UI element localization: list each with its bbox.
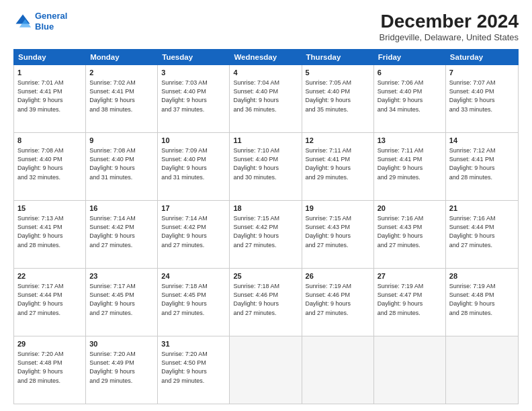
- calendar-cell: 31Sunrise: 7:20 AMSunset: 4:50 PMDayligh…: [158, 336, 230, 404]
- calendar-header-row: SundayMondayTuesdayWednesdayThursdayFrid…: [13, 49, 519, 65]
- calendar-cell: 19Sunrise: 7:15 AMSunset: 4:43 PMDayligh…: [302, 201, 374, 268]
- calendar-cell: 22Sunrise: 7:17 AMSunset: 4:44 PMDayligh…: [14, 269, 86, 336]
- cell-info: Sunrise: 7:08 AMSunset: 4:40 PMDaylight:…: [17, 146, 82, 181]
- calendar-cell: 15Sunrise: 7:13 AMSunset: 4:41 PMDayligh…: [14, 201, 86, 268]
- logo: General Blue: [13, 11, 67, 32]
- cell-info: Sunrise: 7:20 AMSunset: 4:48 PMDaylight:…: [17, 350, 82, 385]
- page: General Blue December 2024 Bridgeville, …: [0, 0, 532, 411]
- calendar-cell: 28Sunrise: 7:19 AMSunset: 4:48 PMDayligh…: [446, 269, 518, 336]
- calendar-week-2: 8Sunrise: 7:08 AMSunset: 4:40 PMDaylight…: [14, 133, 518, 201]
- day-number: 9: [89, 136, 154, 146]
- calendar-cell: 18Sunrise: 7:15 AMSunset: 4:42 PMDayligh…: [230, 201, 302, 268]
- cell-info: Sunrise: 7:05 AMSunset: 4:40 PMDaylight:…: [306, 79, 370, 113]
- day-number: 7: [449, 68, 515, 78]
- calendar-cell: 3Sunrise: 7:03 AMSunset: 4:40 PMDaylight…: [158, 65, 230, 132]
- calendar-cell: 16Sunrise: 7:14 AMSunset: 4:42 PMDayligh…: [86, 201, 158, 268]
- cell-info: Sunrise: 7:18 AMSunset: 4:46 PMDaylight:…: [233, 282, 298, 317]
- main-title: December 2024: [380, 11, 519, 32]
- day-number: 23: [89, 271, 154, 281]
- calendar-header-tuesday: Tuesday: [158, 50, 230, 64]
- calendar-header-sunday: Sunday: [14, 50, 86, 64]
- calendar-cell: 9Sunrise: 7:08 AMSunset: 4:40 PMDaylight…: [86, 133, 158, 200]
- calendar-cell: [230, 336, 302, 404]
- header: General Blue December 2024 Bridgeville, …: [13, 11, 519, 42]
- calendar-cell: 5Sunrise: 7:05 AMSunset: 4:40 PMDaylight…: [302, 65, 374, 132]
- day-number: 3: [161, 68, 226, 78]
- cell-info: Sunrise: 7:18 AMSunset: 4:45 PMDaylight:…: [161, 282, 226, 317]
- calendar-cell: 25Sunrise: 7:18 AMSunset: 4:46 PMDayligh…: [230, 269, 302, 336]
- day-number: 24: [161, 271, 226, 281]
- cell-info: Sunrise: 7:12 AMSunset: 4:41 PMDaylight:…: [449, 146, 515, 181]
- calendar-cell: [446, 336, 518, 404]
- cell-info: Sunrise: 7:07 AMSunset: 4:40 PMDaylight:…: [449, 79, 515, 113]
- cell-info: Sunrise: 7:14 AMSunset: 4:42 PMDaylight:…: [161, 214, 226, 249]
- day-number: 10: [161, 136, 226, 146]
- day-number: 8: [17, 136, 82, 146]
- calendar-cell: 23Sunrise: 7:17 AMSunset: 4:45 PMDayligh…: [86, 269, 158, 336]
- day-number: 13: [378, 136, 442, 146]
- cell-info: Sunrise: 7:19 AMSunset: 4:46 PMDaylight:…: [306, 282, 370, 317]
- subtitle: Bridgeville, Delaware, United States: [380, 32, 519, 42]
- day-number: 6: [378, 68, 442, 78]
- calendar-week-4: 22Sunrise: 7:17 AMSunset: 4:44 PMDayligh…: [14, 269, 518, 336]
- calendar-cell: 26Sunrise: 7:19 AMSunset: 4:46 PMDayligh…: [302, 269, 374, 336]
- day-number: 28: [449, 271, 515, 281]
- day-number: 15: [17, 203, 82, 214]
- calendar-week-1: 1Sunrise: 7:01 AMSunset: 4:41 PMDaylight…: [14, 65, 518, 133]
- cell-info: Sunrise: 7:19 AMSunset: 4:47 PMDaylight:…: [378, 282, 442, 317]
- day-number: 20: [378, 203, 442, 214]
- calendar-header-friday: Friday: [374, 50, 446, 64]
- calendar-cell: [302, 336, 374, 404]
- calendar-cell: 7Sunrise: 7:07 AMSunset: 4:40 PMDaylight…: [446, 65, 518, 132]
- cell-info: Sunrise: 7:13 AMSunset: 4:41 PMDaylight:…: [17, 214, 82, 249]
- day-number: 29: [17, 339, 82, 349]
- cell-info: Sunrise: 7:20 AMSunset: 4:50 PMDaylight:…: [161, 350, 226, 385]
- calendar-cell: 20Sunrise: 7:16 AMSunset: 4:43 PMDayligh…: [374, 201, 446, 268]
- day-number: 31: [161, 339, 226, 349]
- day-number: 17: [161, 203, 226, 214]
- calendar-cell: 4Sunrise: 7:04 AMSunset: 4:40 PMDaylight…: [230, 65, 302, 132]
- day-number: 25: [233, 271, 298, 281]
- calendar-cell: 11Sunrise: 7:10 AMSunset: 4:40 PMDayligh…: [230, 133, 302, 200]
- cell-info: Sunrise: 7:06 AMSunset: 4:40 PMDaylight:…: [378, 79, 442, 113]
- day-number: 19: [306, 203, 370, 214]
- cell-info: Sunrise: 7:01 AMSunset: 4:41 PMDaylight:…: [17, 79, 82, 113]
- cell-info: Sunrise: 7:11 AMSunset: 4:41 PMDaylight:…: [306, 146, 370, 181]
- calendar-cell: 24Sunrise: 7:18 AMSunset: 4:45 PMDayligh…: [158, 269, 230, 336]
- calendar-cell: 13Sunrise: 7:11 AMSunset: 4:41 PMDayligh…: [374, 133, 446, 200]
- day-number: 26: [306, 271, 370, 281]
- calendar-cell: 6Sunrise: 7:06 AMSunset: 4:40 PMDaylight…: [374, 65, 446, 132]
- day-number: 12: [306, 136, 370, 146]
- cell-info: Sunrise: 7:17 AMSunset: 4:45 PMDaylight:…: [89, 282, 154, 317]
- day-number: 2: [89, 68, 154, 78]
- day-number: 11: [233, 136, 298, 146]
- title-block: December 2024 Bridgeville, Delaware, Uni…: [380, 11, 519, 42]
- calendar-header-saturday: Saturday: [446, 50, 518, 64]
- day-number: 5: [306, 68, 370, 78]
- calendar-cell: 27Sunrise: 7:19 AMSunset: 4:47 PMDayligh…: [374, 269, 446, 336]
- day-number: 4: [233, 68, 298, 78]
- cell-info: Sunrise: 7:09 AMSunset: 4:40 PMDaylight:…: [161, 146, 226, 181]
- calendar-body: 1Sunrise: 7:01 AMSunset: 4:41 PMDaylight…: [13, 65, 519, 404]
- day-number: 14: [449, 136, 515, 146]
- calendar-cell: 21Sunrise: 7:16 AMSunset: 4:44 PMDayligh…: [446, 201, 518, 268]
- cell-info: Sunrise: 7:20 AMSunset: 4:49 PMDaylight:…: [89, 350, 154, 385]
- logo-line1: General: [35, 11, 67, 21]
- calendar-cell: 14Sunrise: 7:12 AMSunset: 4:41 PMDayligh…: [446, 133, 518, 200]
- day-number: 27: [378, 271, 442, 281]
- calendar-cell: [374, 336, 446, 404]
- cell-info: Sunrise: 7:11 AMSunset: 4:41 PMDaylight:…: [378, 146, 442, 181]
- day-number: 18: [233, 203, 298, 214]
- cell-info: Sunrise: 7:19 AMSunset: 4:48 PMDaylight:…: [449, 282, 515, 317]
- logo-line2: Blue: [35, 21, 54, 32]
- day-number: 22: [17, 271, 82, 281]
- calendar-cell: 17Sunrise: 7:14 AMSunset: 4:42 PMDayligh…: [158, 201, 230, 268]
- cell-info: Sunrise: 7:17 AMSunset: 4:44 PMDaylight:…: [17, 282, 82, 317]
- cell-info: Sunrise: 7:02 AMSunset: 4:41 PMDaylight:…: [89, 79, 154, 113]
- calendar-cell: 2Sunrise: 7:02 AMSunset: 4:41 PMDaylight…: [86, 65, 158, 132]
- calendar-cell: 8Sunrise: 7:08 AMSunset: 4:40 PMDaylight…: [14, 133, 86, 200]
- calendar: SundayMondayTuesdayWednesdayThursdayFrid…: [13, 49, 519, 404]
- calendar-cell: 1Sunrise: 7:01 AMSunset: 4:41 PMDaylight…: [14, 65, 86, 132]
- logo-icon: [13, 12, 32, 31]
- day-number: 1: [17, 68, 82, 78]
